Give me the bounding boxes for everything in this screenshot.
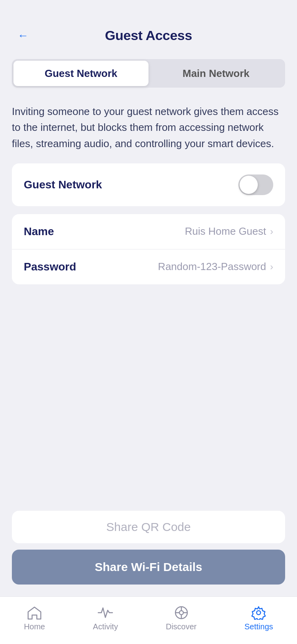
name-label: Name [24, 225, 54, 238]
password-chevron-icon: › [270, 261, 273, 272]
segment-control: Guest Network Main Network [12, 59, 285, 88]
guest-network-toggle[interactable] [238, 174, 273, 195]
back-button[interactable]: ← [14, 27, 32, 44]
name-value-wrap: Ruis Home Guest › [185, 225, 273, 238]
nav-settings-label: Settings [244, 622, 273, 631]
discover-icon [173, 606, 189, 620]
header: ← Guest Access [0, 0, 297, 55]
svg-point-6 [257, 611, 261, 615]
activity-icon [97, 606, 113, 620]
page-title: Guest Access [14, 28, 283, 43]
password-label: Password [24, 261, 76, 273]
bottom-buttons: Share QR Code Share Wi-Fi Details [0, 511, 297, 596]
settings-icon [251, 606, 267, 620]
nav-activity-label: Activity [93, 622, 118, 631]
home-icon [27, 606, 42, 620]
password-value-wrap: Random-123-Password › [158, 261, 273, 273]
nav-home[interactable]: Home [16, 602, 53, 634]
description-text: Inviting someone to your guest network g… [12, 104, 285, 151]
guest-network-toggle-card: Guest Network [12, 163, 285, 206]
bottom-nav: Home Activity Discover [0, 596, 297, 644]
network-settings-card: Name Ruis Home Guest › Password Random-1… [12, 214, 285, 284]
password-value: Random-123-Password [158, 261, 266, 273]
svg-point-1 [179, 611, 183, 615]
name-row[interactable]: Name Ruis Home Guest › [12, 214, 285, 249]
nav-discover-label: Discover [166, 622, 197, 631]
nav-activity[interactable]: Activity [85, 602, 126, 634]
nav-settings[interactable]: Settings [236, 602, 281, 634]
main-network-tab[interactable]: Main Network [148, 61, 284, 86]
password-row[interactable]: Password Random-123-Password › [12, 249, 285, 284]
nav-discover[interactable]: Discover [158, 602, 205, 634]
share-qr-button[interactable]: Share QR Code [12, 511, 285, 543]
name-chevron-icon: › [270, 226, 273, 237]
name-value: Ruis Home Guest [185, 225, 266, 238]
back-arrow-icon: ← [17, 29, 29, 42]
toggle-row: Guest Network [12, 163, 285, 206]
toggle-knob [240, 176, 258, 194]
toggle-label: Guest Network [24, 178, 102, 191]
nav-home-label: Home [24, 622, 45, 631]
share-wifi-button[interactable]: Share Wi-Fi Details [12, 550, 285, 585]
guest-network-tab[interactable]: Guest Network [13, 61, 148, 86]
page-content: ← Guest Access Guest Network Main Networ… [0, 0, 297, 644]
